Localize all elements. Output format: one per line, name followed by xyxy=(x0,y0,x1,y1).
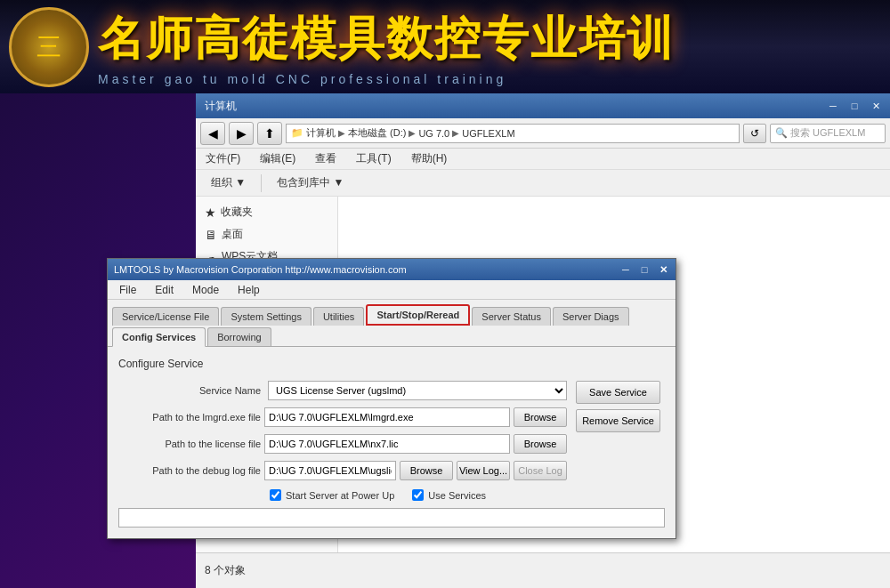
address-part3: UG 7.0 xyxy=(418,128,449,139)
status-bar: 8 个对象 xyxy=(196,552,890,588)
address-sep3: ▶ xyxy=(452,128,459,138)
lmtools-dialog: LMTOOLS by Macrovision Corporation http:… xyxy=(107,258,676,539)
dialog-menu-file[interactable]: File xyxy=(112,282,143,298)
section-title: Configure Service xyxy=(118,358,665,370)
tab-start-stop-reread[interactable]: Start/Stop/Reread xyxy=(366,304,470,326)
use-services-label: Use Services xyxy=(428,490,486,501)
use-services-checkbox[interactable] xyxy=(412,489,424,501)
dialog-title: LMTOOLS by Macrovision Corporation http:… xyxy=(111,264,407,275)
remove-service-button[interactable]: Remove Service xyxy=(576,409,660,432)
dialog-menu: File Edit Mode Help xyxy=(108,280,676,300)
debug-path-input[interactable] xyxy=(264,461,396,480)
menu-file[interactable]: 文件(F) xyxy=(200,149,246,168)
tab-server-diags[interactable]: Server Diags xyxy=(553,307,629,326)
debug-path-label: Path to the debug log file xyxy=(118,465,261,476)
address-part4: UGFLEXLM xyxy=(462,128,514,139)
tab-utilities[interactable]: Utilities xyxy=(313,307,364,326)
dialog-minimize[interactable]: ─ xyxy=(617,262,635,277)
license-path-label: Path to the license file xyxy=(118,439,261,449)
log-buttons: Browse View Log... Close Log xyxy=(400,461,567,480)
status-text: 8 个对象 xyxy=(205,563,246,578)
forward-button[interactable]: ▶ xyxy=(229,122,254,145)
menu-help[interactable]: 帮助(H) xyxy=(406,149,453,168)
dialog-menu-edit[interactable]: Edit xyxy=(148,282,181,298)
sidebar-item-desktop[interactable]: 🖥 桌面 xyxy=(196,223,337,246)
config-layout: Service Name UGS License Server (ugslmd)… xyxy=(118,381,665,501)
banner-logo: 三 xyxy=(9,7,89,87)
top-banner: 三 名师高徒模具数控专业培训 Master gao tu mold CNC pr… xyxy=(0,0,890,93)
banner-title: 名师高徒模具数控专业培训 xyxy=(98,8,890,70)
tab-config-services[interactable]: Config Services xyxy=(112,327,206,347)
maximize-button[interactable]: □ xyxy=(845,98,864,114)
include-library-button[interactable]: 包含到库中 ▼ xyxy=(269,173,352,193)
lmgrd-path-input[interactable] xyxy=(264,407,510,427)
address-bar[interactable]: 📁 计算机 ▶ 本地磁盘 (D:) ▶ UG 7.0 ▶ UGFLEXLM xyxy=(286,124,740,143)
start-server-checkbox-label[interactable]: Start Server at Power Up xyxy=(270,489,394,501)
lmgrd-browse-button[interactable]: Browse xyxy=(514,407,567,427)
menu-edit[interactable]: 编辑(E) xyxy=(255,149,301,168)
license-browse-button[interactable]: Browse xyxy=(514,434,567,454)
tab-system-settings[interactable]: System Settings xyxy=(221,307,311,326)
dialog-body: Configure Service Service Name UGS Licen… xyxy=(108,347,676,538)
sidebar-label-favorites: 收藏夹 xyxy=(221,205,253,220)
desktop-area: 计算机 ─ □ ✕ ◀ ▶ ⬆ 📁 计算机 ▶ 本地磁盘 (D:) ▶ UG 7… xyxy=(0,93,890,588)
search-box[interactable]: 🔍 搜索 UGFLEXLM xyxy=(770,124,886,143)
up-button[interactable]: ⬆ xyxy=(257,122,282,145)
banner-content: 名师高徒模具数控专业培训 Master gao tu mold CNC prof… xyxy=(89,8,890,86)
close-button[interactable]: ✕ xyxy=(866,98,886,114)
service-name-row: Service Name UGS License Server (ugslmd) xyxy=(118,381,567,400)
explorer-titlebar: 计算机 ─ □ ✕ xyxy=(196,93,890,118)
explorer-menu-bar: 文件(F) 编辑(E) 查看 工具(T) 帮助(H) xyxy=(196,149,890,170)
view-log-button[interactable]: View Log... xyxy=(457,461,510,480)
checkbox-row: Start Server at Power Up Use Services xyxy=(118,489,567,501)
logo-icon: 三 xyxy=(36,30,61,64)
lmgrd-path-row: Path to the lmgrd.exe file Browse xyxy=(118,407,567,427)
menu-tools[interactable]: 工具(T) xyxy=(351,149,396,168)
sidebar-label-desktop: 桌面 xyxy=(222,227,243,242)
search-placeholder: 搜索 UGFLEXLM xyxy=(790,126,865,140)
desktop-icon: 🖥 xyxy=(205,228,217,242)
use-services-checkbox-label[interactable]: Use Services xyxy=(412,489,486,501)
banner-subtitle: Master gao tu mold CNC professional trai… xyxy=(98,72,890,86)
explorer-window-controls: ─ □ ✕ xyxy=(823,98,886,114)
refresh-button[interactable]: ↺ xyxy=(743,124,766,143)
dialog-controls: ─ □ ✕ xyxy=(617,262,672,277)
debug-path-row: Path to the debug log file Browse View L… xyxy=(118,461,567,480)
close-log-button[interactable]: Close Log xyxy=(514,461,567,480)
explorer-address-toolbar: ◀ ▶ ⬆ 📁 计算机 ▶ 本地磁盘 (D:) ▶ UG 7.0 ▶ UGFLE… xyxy=(196,118,890,149)
explorer-toolbar2: 组织 ▼ 包含到库中 ▼ xyxy=(196,170,890,197)
sidebar-item-favorites[interactable]: ★ 收藏夹 xyxy=(196,201,337,223)
toolbar-separator xyxy=(261,174,262,192)
service-name-select[interactable]: UGS License Server (ugslmd) xyxy=(268,381,567,400)
address-sep1: ▶ xyxy=(338,128,345,138)
organize-button[interactable]: 组织 ▼ xyxy=(203,173,254,193)
config-right: Save Service Remove Service xyxy=(576,381,665,501)
address-part2: 本地磁盘 (D:) xyxy=(348,126,406,140)
save-service-button[interactable]: Save Service xyxy=(576,381,660,404)
dialog-maximize[interactable]: □ xyxy=(635,262,653,277)
tab-service-license-file[interactable]: Service/License File xyxy=(112,307,219,326)
start-server-label: Start Server at Power Up xyxy=(286,490,394,501)
config-left: Service Name UGS License Server (ugslmd)… xyxy=(118,381,567,501)
tab-bar: Service/License File System Settings Uti… xyxy=(108,300,676,347)
lmgrd-path-label: Path to the lmgrd.exe file xyxy=(118,412,261,423)
address-part1: 计算机 xyxy=(306,126,336,140)
start-server-checkbox[interactable] xyxy=(270,489,281,501)
license-path-row: Path to the license file Browse xyxy=(118,434,567,454)
minimize-button[interactable]: ─ xyxy=(823,98,843,114)
debug-browse-button[interactable]: Browse xyxy=(400,461,453,480)
address-sep2: ▶ xyxy=(409,128,416,138)
tab-server-status[interactable]: Server Status xyxy=(472,307,551,326)
dialog-menu-mode[interactable]: Mode xyxy=(185,282,226,298)
back-button[interactable]: ◀ xyxy=(200,122,225,145)
search-icon: 🔍 xyxy=(775,127,788,139)
address-icon: 📁 xyxy=(291,127,303,139)
license-path-input[interactable] xyxy=(264,434,510,454)
tab-borrowing[interactable]: Borrowing xyxy=(207,327,271,346)
menu-view[interactable]: 查看 xyxy=(310,149,342,168)
output-area xyxy=(118,508,665,528)
dialog-menu-help[interactable]: Help xyxy=(231,282,267,298)
explorer-window-title: 计算机 xyxy=(200,99,237,114)
dialog-close[interactable]: ✕ xyxy=(654,262,672,277)
service-name-label: Service Name xyxy=(118,385,261,396)
